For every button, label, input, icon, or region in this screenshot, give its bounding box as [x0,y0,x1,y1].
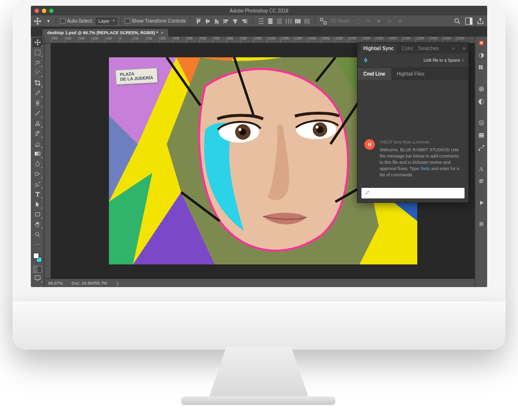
workspace-switcher-icon[interactable] [465,17,473,25]
dodge-tool-icon[interactable] [32,169,43,179]
svg-point-40 [483,145,484,146]
swatches-dock-icon[interactable] [477,64,486,72]
paths-dock-icon[interactable] [477,144,486,152]
magic-wand-tool-icon[interactable] [32,68,43,78]
link-file-button[interactable]: Link file to a Space › [424,58,464,63]
clone-stamp-tool-icon[interactable] [32,118,43,128]
distribute-bottom-icon[interactable] [275,17,284,26]
actions-dock-icon[interactable] [477,198,486,207]
healing-brush-tool-icon[interactable] [32,98,43,108]
distribute-buttons [257,17,311,26]
hightail-logo-icon [362,57,369,64]
svg-rect-30 [481,66,483,67]
svg-point-43 [479,224,481,226]
paragraph-dock-icon[interactable] [477,177,486,186]
ruler-vertical[interactable] [44,43,51,278]
libraries-dock-icon[interactable] [477,85,486,93]
svg-point-39 [478,149,480,151]
quick-mask-toggle-icon[interactable] [33,266,42,273]
show-transform-checkbox[interactable]: Show Transform Controls [125,18,186,24]
distribute-top-icon[interactable] [257,17,266,26]
bot-message-body: Welcome, BLUE RABBIT STUDIOS! Use the me… [380,147,462,178]
align-left-icon[interactable] [222,17,230,26]
svg-rect-37 [478,135,484,136]
align-hcenter-icon[interactable] [231,17,239,26]
help-command-link[interactable]: /help [420,166,430,171]
auto-align-icon[interactable] [319,17,327,25]
share-icon[interactable] [477,17,484,25]
distribute-hcenter-icon[interactable] [293,17,302,26]
panel-tab-swatches[interactable]: Swatches [418,46,438,51]
edit-toolbar-icon[interactable]: ⋯ [32,240,43,249]
svg-rect-11 [35,50,40,55]
svg-rect-1 [268,21,272,22]
channels-dock-icon[interactable] [477,131,486,140]
hand-tool-icon[interactable] [32,220,43,229]
imac-chin [13,302,505,350]
svg-rect-0 [268,19,272,20]
eyedropper-tool-icon[interactable] [32,88,43,98]
status-bar-chevron-icon[interactable]: ❯ [116,281,120,286]
align-right-icon[interactable] [240,17,249,26]
hightail-dock-icon[interactable] [477,39,486,47]
subtab-hightail-files[interactable]: Hightail Files [391,68,430,80]
svg-point-22 [239,128,241,131]
comment-input[interactable] [361,188,465,198]
foreground-background-colors[interactable] [32,252,43,263]
panel-tab-color[interactable]: Color [401,46,413,51]
document-tab[interactable]: desktop 1.psd @ 66.7% (REPLACE SCREEN, R… [42,29,168,37]
rectangle-tool-icon[interactable] [32,210,43,219]
doc-size-info[interactable]: Doc: 24.8M/55.7M [72,281,107,286]
crop-tool-icon[interactable] [32,78,43,88]
zoom-level[interactable]: 66.67% [48,281,63,286]
svg-rect-7 [324,22,326,24]
svg-point-33 [479,87,483,92]
type-tool-icon[interactable] [32,189,43,199]
brush-tool-icon[interactable] [32,108,43,118]
eraser-tool-icon[interactable] [32,139,43,148]
align-top-icon[interactable] [194,17,203,26]
tool-preset-dropdown-icon[interactable]: ▾ [44,17,52,25]
align-bottom-icon[interactable] [213,17,221,26]
foreground-color-swatch[interactable] [33,253,39,259]
character-dock-icon[interactable]: A [477,165,486,173]
right-dock: A [475,37,487,287]
history-brush-tool-icon[interactable] [32,129,43,138]
layers-dock-icon[interactable] [477,118,486,127]
imac-stand [208,347,309,400]
move-tool-icon[interactable] [32,38,43,47]
gradient-tool-icon[interactable] [32,149,43,158]
properties-dock-icon[interactable] [477,220,486,228]
align-vcenter-icon[interactable] [203,17,212,26]
blur-tool-icon[interactable] [32,159,43,169]
panel-body: H H!BOT less than a minute Welcome, BLUE… [358,80,468,184]
screen-mode-icon[interactable] [32,273,43,283]
zoom-3d-icon: ⊚ [396,17,404,25]
photoshop-app: Adobe Photoshop CC 2018 ▾ Auto-Select: L… [31,6,487,287]
panel-tab-hightail-sync[interactable]: Hightail Sync [360,44,397,53]
pen-tool-icon[interactable] [32,179,43,189]
roll-3d-icon: ⟳ [364,17,372,25]
distribute-vcenter-icon[interactable] [266,17,275,26]
panel-link-row: Link file to a Space › [358,53,468,67]
subtab-cmd-line[interactable]: Cmd Line [358,68,391,80]
svg-rect-17 [35,276,40,280]
marquee-tool-icon[interactable] [32,48,43,57]
chevron-right-icon: › [462,58,464,63]
panel-collapse-icon[interactable]: ›› [452,46,455,51]
search-icon[interactable] [453,17,461,25]
auto-select-dropdown[interactable]: Layer [96,18,117,25]
adjustments-dock-icon[interactable] [477,97,486,106]
distribute-right-icon[interactable] [303,17,311,26]
panel-menu-icon[interactable]: ≡ [463,46,465,51]
status-bar: 66.67% Doc: 24.8M/55.7M ❯ [44,278,475,287]
svg-rect-3 [295,19,296,23]
path-selection-tool-icon[interactable] [32,199,43,209]
move-tool-indicator-icon[interactable] [34,17,41,25]
close-tab-icon[interactable]: × [161,30,163,35]
distribute-left-icon[interactable] [284,17,293,26]
zoom-tool-icon[interactable] [32,230,43,239]
lasso-tool-icon[interactable] [32,58,43,67]
auto-select-checkbox[interactable]: Auto-Select: [60,18,93,24]
color-dock-icon[interactable] [477,51,486,60]
